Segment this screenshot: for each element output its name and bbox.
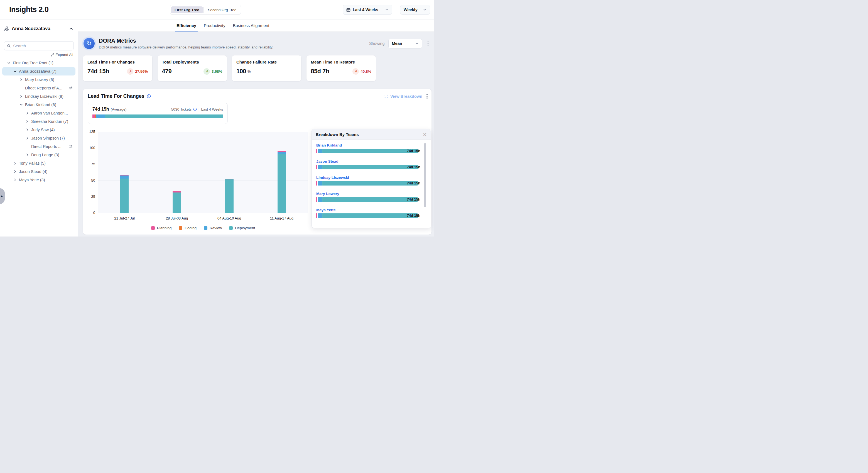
chevron-right-icon[interactable] <box>20 95 23 98</box>
tree-item-label: Sireesha Kunduri (7) <box>31 119 68 124</box>
team-name-link[interactable]: Maya Yette <box>316 208 419 212</box>
team-value: 74d 15h <box>407 165 421 169</box>
bar-planning-04-aug-10-aug[interactable] <box>225 179 234 179</box>
avg-bar-segment-deployment <box>105 115 223 118</box>
breakdown-title: Breakdown By Teams <box>316 132 359 137</box>
y-axis-tick-label: 100 <box>86 146 95 150</box>
chevron-down-icon[interactable] <box>7 61 10 65</box>
lead-time-menu-kebab-icon[interactable] <box>425 93 429 100</box>
legend-item-planning[interactable]: Planning <box>151 226 172 230</box>
sidebar-user-name: Anna Scozzafava <box>12 26 51 31</box>
breakdown-row-maya-yette: Maya Yette74d 15h <box>316 208 419 224</box>
sidebar-item-first-org-tree-root[interactable]: First Org Tree Root (1) <box>0 59 78 67</box>
bar-review-11-aug-17-aug[interactable] <box>278 152 286 154</box>
sidebar-item-mary-lowery[interactable]: Mary Lowery (6) <box>0 76 78 84</box>
info-icon[interactable] <box>193 108 197 111</box>
trend-up-arrow-icon: ↗ <box>354 70 357 73</box>
avg-bar-segment-review <box>96 115 105 118</box>
sidebar-item-jason-stead[interactable]: Jason Stead (4) <box>0 168 78 176</box>
tab-business-alignment[interactable]: Business Alignment <box>233 20 269 31</box>
chevron-right-icon[interactable] <box>26 128 29 131</box>
granularity-select[interactable]: Weekly <box>400 5 430 15</box>
team-value: 74d 15h <box>407 197 421 201</box>
date-range-value: Last 4 Weeks <box>353 7 378 12</box>
bar-segment-review <box>318 213 322 218</box>
bar-planning-28-jul-03-aug[interactable] <box>173 191 181 193</box>
filter-sliders-icon[interactable] <box>69 145 73 148</box>
close-icon[interactable]: × <box>423 132 427 137</box>
breakdown-scrollbar-thumb[interactable] <box>424 143 426 207</box>
average-summary-card: 74d 15h (Average) 5030 Tickets | Last 4 … <box>88 103 228 124</box>
sidebar-item-sireesha-kunduri[interactable]: Sireesha Kunduri (7) <box>0 117 78 126</box>
metric-value: 74d 15h <box>87 68 109 75</box>
sidebar-item-direct-reports-of-a[interactable]: Direct Reports of A... <box>0 84 78 92</box>
tree-item-label: First Org Tree Root (1) <box>13 61 54 65</box>
chevron-down-icon[interactable] <box>20 103 23 107</box>
sidebar-item-direct-reports[interactable]: Direct Reports ... <box>0 142 78 151</box>
bar-planning-21-jul-27-jul[interactable] <box>120 175 129 176</box>
bar-deployment-11-aug-17-aug[interactable] <box>278 154 286 213</box>
team-name-link[interactable]: Jason Stead <box>316 159 419 164</box>
sidebar-item-judy-saw[interactable]: Judy Saw (4) <box>0 126 78 134</box>
chevron-down-icon[interactable] <box>13 70 17 73</box>
breakdown-panel-body: Brian Kirkland74d 15hJason Stead74d 15hL… <box>312 140 431 224</box>
y-axis-tick-label: 25 <box>86 195 95 199</box>
sidebar-item-lindsay-liszewski[interactable]: Lindsay Liszewski (8) <box>0 92 78 100</box>
chevron-right-icon[interactable] <box>26 112 29 115</box>
aggregation-value: Mean <box>392 41 402 46</box>
tab-efficiency[interactable]: Efficiency <box>177 20 196 31</box>
metric-card-lead-time-for-changes: Lead Time For Changes74d 15h↗27.56% <box>83 55 153 81</box>
expand-all-button[interactable]: Expand All <box>4 53 73 57</box>
tree-item-label: Tony Pallas (5) <box>19 161 45 166</box>
sidebar-collapse-chevron-up-icon[interactable] <box>69 27 73 31</box>
tree-item-label: Judy Saw (4) <box>31 127 55 132</box>
breakdown-row-brian-kirkland: Brian Kirkland74d 15h <box>316 143 419 159</box>
metric-cards-row: Lead Time For Changes74d 15h↗27.56%Total… <box>83 55 432 81</box>
sidebar-expand-handle[interactable]: ▶ <box>0 188 5 204</box>
expand-all-label: Expand All <box>55 53 73 57</box>
chevron-right-icon[interactable] <box>26 120 29 123</box>
bar-planning-11-aug-17-aug[interactable] <box>278 151 286 152</box>
team-name-link[interactable]: Mary Lowery <box>316 191 419 196</box>
metric-unit: % <box>247 69 251 73</box>
chevron-right-icon[interactable] <box>20 78 23 81</box>
chevron-right-icon[interactable] <box>13 170 17 173</box>
legend-item-deployment[interactable]: Deployment <box>229 226 255 230</box>
sidebar-item-anna-scozzafava[interactable]: Anna Scozzafava (7) <box>2 67 75 76</box>
view-breakdown-button[interactable]: View Breakdown <box>384 94 422 98</box>
search-input[interactable] <box>13 44 71 48</box>
sidebar-item-doug-lange[interactable]: Doug Lange (3) <box>0 151 78 159</box>
info-icon[interactable] <box>147 94 151 98</box>
chevron-down-icon <box>415 42 419 45</box>
legend-item-coding[interactable]: Coding <box>179 226 196 230</box>
date-range-select[interactable]: Last 4 Weeks <box>343 5 392 15</box>
sidebar-item-maya-yette[interactable]: Maya Yette (3) <box>0 176 78 184</box>
dora-menu-kebab-icon[interactable] <box>426 40 430 47</box>
bar-deployment-04-aug-10-aug[interactable] <box>225 179 234 213</box>
bar-review-21-jul-27-jul[interactable] <box>120 176 129 179</box>
trend-up-arrow-icon: ↗ <box>206 70 208 73</box>
team-value: 74d 15h <box>407 213 421 217</box>
filter-sliders-icon[interactable] <box>69 86 73 90</box>
team-name-link[interactable]: Lindsay Liszewski <box>316 176 419 180</box>
team-name-link[interactable]: Brian Kirkland <box>316 143 419 147</box>
tab-productivity[interactable]: Productivity <box>204 20 225 31</box>
org-tree: First Org Tree Root (1)Anna Scozzafava (… <box>0 59 78 184</box>
sidebar-item-tony-pallas[interactable]: Tony Pallas (5) <box>0 159 78 168</box>
top-header: Insights 2.0 First Org Tree Second Org T… <box>0 0 434 20</box>
legend-item-review[interactable]: Review <box>204 226 222 230</box>
toggle-second-org-tree[interactable]: Second Org Tree <box>204 6 240 13</box>
average-value: 74d 15h <box>92 107 109 112</box>
bar-deployment-28-jul-03-aug[interactable] <box>173 193 181 213</box>
sidebar-item-aaron-van-langen[interactable]: Aaron Van Langen... <box>0 109 78 117</box>
toggle-first-org-tree[interactable]: First Org Tree <box>171 6 203 13</box>
sidebar-item-jason-simpson[interactable]: Jason Simpson (7) <box>0 134 78 142</box>
bar-segment-review <box>318 149 322 153</box>
chevron-right-icon[interactable] <box>13 178 17 182</box>
sidebar-item-brian-kirkland[interactable]: Brian Kirkland (6) <box>0 100 78 109</box>
chevron-right-icon[interactable] <box>26 137 29 140</box>
bar-deployment-21-jul-27-jul[interactable] <box>120 179 129 213</box>
chevron-right-icon[interactable] <box>26 153 29 156</box>
aggregation-select[interactable]: Mean <box>389 39 422 49</box>
chevron-right-icon[interactable] <box>13 161 17 165</box>
